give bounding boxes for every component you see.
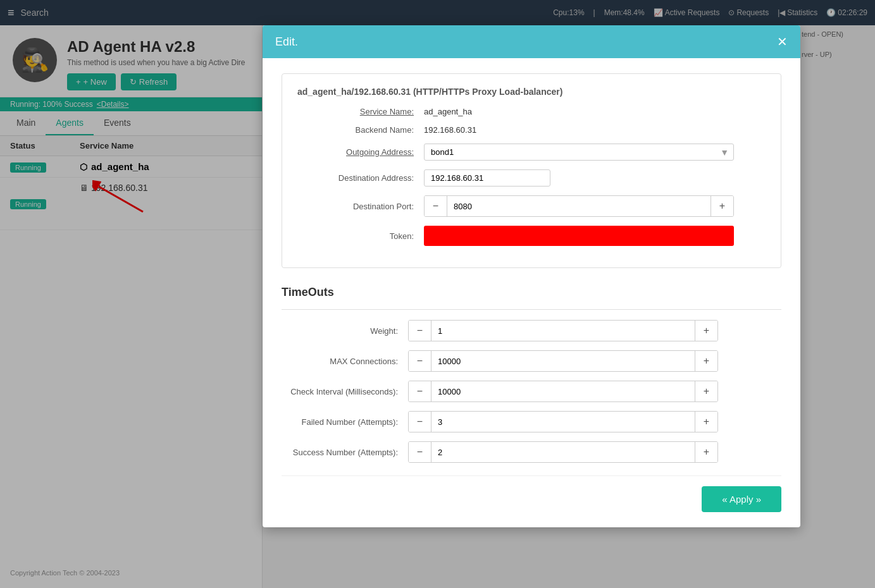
failed-number-stepper: − + (408, 411, 718, 432)
info-card-header: ad_agent_ha/192.168.60.31 (HTTP/HTTPs Pr… (297, 87, 766, 97)
outgoing-address-label: Outgoing Address: (297, 147, 424, 157)
max-connections-label: MAX Connections: (282, 357, 408, 366)
backend-name-value: 192.168.60.31 (424, 125, 476, 135)
modal-header: Edit. ✕ (263, 25, 800, 58)
service-name-row: Service Name: ad_agent_ha (297, 107, 766, 116)
outgoing-address-select[interactable]: bond1 (424, 144, 734, 161)
weight-row: Weight: − + (282, 320, 781, 341)
destination-port-input[interactable] (447, 199, 711, 214)
destination-address-row: Destination Address: (297, 169, 766, 187)
modal-close-button[interactable]: ✕ (777, 34, 788, 49)
timeouts-section: TimeOuts Weight: − + MAX Connections: − … (282, 283, 781, 463)
backend-name-label: Backend Name: (297, 125, 424, 135)
modal-body: ad_agent_ha/192.168.60.31 (HTTP/HTTPs Pr… (263, 58, 800, 527)
max-connections-row: MAX Connections: − + (282, 350, 781, 372)
destination-port-row: Destination Port: − + (297, 195, 766, 217)
destination-port-increment[interactable]: + (711, 196, 733, 216)
service-name-label: Service Name: (297, 107, 424, 116)
check-interval-increment[interactable]: + (695, 381, 717, 401)
weight-stepper: − + (408, 320, 718, 341)
max-connections-input[interactable] (431, 353, 695, 369)
destination-address-input[interactable] (424, 169, 550, 187)
check-interval-label: Check Interval (Milliseconds): (282, 387, 408, 396)
token-label: Token: (297, 231, 424, 241)
max-connections-decrement[interactable]: − (409, 351, 431, 371)
failed-number-input[interactable] (431, 414, 695, 430)
success-number-decrement[interactable]: − (409, 442, 431, 462)
edit-modal: Edit. ✕ ad_agent_ha/192.168.60.31 (HTTP/… (263, 25, 800, 527)
outgoing-address-row: Outgoing Address: bond1 ▼ (297, 144, 766, 161)
weight-decrement[interactable]: − (409, 321, 431, 341)
destination-port-label: Destination Port: (297, 202, 424, 211)
max-connections-stepper: − + (408, 350, 718, 372)
success-number-row: Success Number (Attempts): − + (282, 441, 781, 463)
weight-label: Weight: (282, 326, 408, 336)
check-interval-stepper: − + (408, 381, 718, 402)
modal-title: Edit. (275, 35, 298, 49)
section-divider (282, 309, 781, 310)
backend-name-row: Backend Name: 192.168.60.31 (297, 125, 766, 135)
failed-number-increment[interactable]: + (695, 412, 717, 432)
destination-port-decrement[interactable]: − (425, 196, 447, 216)
info-card: ad_agent_ha/192.168.60.31 (HTTP/HTTPs Pr… (282, 73, 781, 268)
success-number-label: Success Number (Attempts): (282, 448, 408, 457)
service-name-value: ad_agent_ha (424, 107, 472, 116)
success-number-increment[interactable]: + (695, 442, 717, 462)
apply-row: « Apply » (282, 475, 781, 512)
destination-port-stepper: − + (424, 195, 734, 217)
failed-number-decrement[interactable]: − (409, 412, 431, 432)
success-number-stepper: − + (408, 441, 718, 463)
max-connections-increment[interactable]: + (695, 351, 717, 371)
check-interval-input[interactable] (431, 384, 695, 400)
token-row: Token: (297, 226, 766, 246)
failed-number-label: Failed Number (Attempts): (282, 417, 408, 427)
outgoing-address-select-wrapper: bond1 ▼ (424, 144, 734, 161)
weight-input[interactable] (431, 323, 695, 339)
destination-address-label: Destination Address: (297, 173, 424, 183)
check-interval-row: Check Interval (Milliseconds): − + (282, 381, 781, 402)
token-field[interactable] (424, 226, 734, 246)
failed-number-row: Failed Number (Attempts): − + (282, 411, 781, 432)
apply-button[interactable]: « Apply » (702, 486, 781, 512)
check-interval-decrement[interactable]: − (409, 381, 431, 401)
success-number-input[interactable] (431, 444, 695, 460)
timeouts-title: TimeOuts (282, 283, 781, 299)
weight-increment[interactable]: + (695, 321, 717, 341)
